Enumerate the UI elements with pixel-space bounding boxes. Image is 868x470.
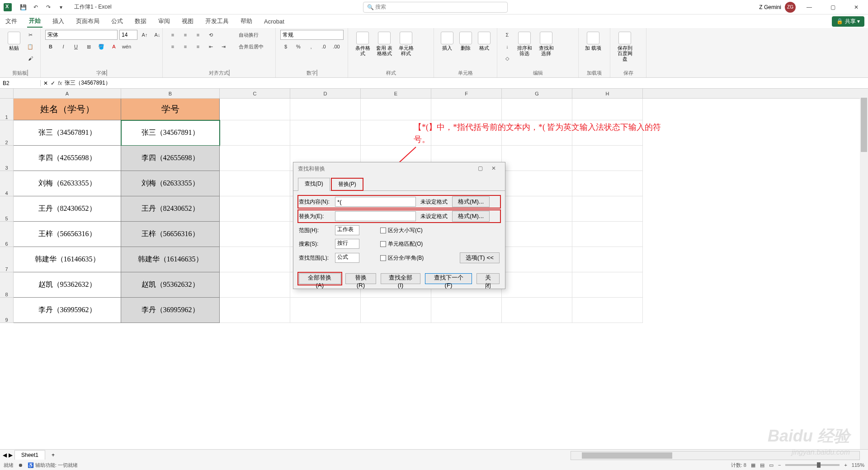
cell-C5[interactable] <box>220 196 290 222</box>
borders-button[interactable]: ⊞ <box>83 42 94 52</box>
col-header-D[interactable]: D <box>290 89 361 98</box>
cell-G9[interactable] <box>502 298 572 323</box>
orientation-button[interactable]: ⟲ <box>205 30 216 40</box>
view-page-icon[interactable]: ▤ <box>760 462 764 468</box>
copy-button[interactable]: 📋 <box>25 42 36 52</box>
insert-cells-button[interactable]: 插入 <box>439 30 455 52</box>
wrap-text-button[interactable]: 自动换行 <box>231 30 267 40</box>
align-launcher[interactable] <box>229 70 230 76</box>
macro-recorder-icon[interactable]: ⏺ <box>18 462 23 468</box>
vertical-scrollbar[interactable] <box>860 89 868 449</box>
align-middle[interactable]: ≡ <box>180 30 191 40</box>
col-header-B[interactable]: B <box>121 89 220 98</box>
match-case-checkbox[interactable]: 区分大小写(C) <box>380 227 423 234</box>
underline-button[interactable]: U <box>71 42 81 52</box>
replace-with-input[interactable] <box>335 211 416 221</box>
col-header-F[interactable]: F <box>431 89 502 98</box>
table-format-button[interactable]: 套用 表格格式 <box>374 30 394 58</box>
tab-data[interactable]: 数据 <box>133 15 148 27</box>
zoom-in-icon[interactable]: + <box>844 462 847 468</box>
cond-format-button[interactable]: 条件格式 <box>353 30 373 58</box>
cell-C1[interactable] <box>220 99 290 120</box>
tab-view[interactable]: 视图 <box>180 15 195 27</box>
cell-B5[interactable]: 王丹（82430652） <box>121 196 220 222</box>
select-all-corner[interactable] <box>0 89 14 98</box>
view-normal-icon[interactable]: ▦ <box>751 462 755 468</box>
delete-cells-button[interactable]: 删除 <box>457 30 474 52</box>
inc-decimal-button[interactable]: .0 <box>318 42 329 52</box>
row-header-6[interactable]: 6 <box>0 222 14 247</box>
tab-layout[interactable]: 页面布局 <box>74 15 101 27</box>
cell-F9[interactable] <box>431 298 502 323</box>
zoom-slider[interactable] <box>785 464 840 466</box>
cell-A9[interactable]: 李丹（36995962） <box>14 298 121 323</box>
tab-formulas[interactable]: 公式 <box>109 15 125 27</box>
row-header-2[interactable]: 2 <box>0 120 14 146</box>
horizontal-scrollbar[interactable] <box>571 451 860 460</box>
cell-styles-button[interactable]: 单元格样式 <box>396 30 416 58</box>
align-left[interactable]: ≡ <box>167 42 178 52</box>
cell-A8[interactable]: 赵凯（95362632） <box>14 272 121 298</box>
dec-decimal-button[interactable]: .00 <box>331 42 342 52</box>
find-next-button[interactable]: 查找下一个(F) <box>425 273 472 284</box>
bold-button[interactable]: B <box>45 42 56 52</box>
row-header-4[interactable]: 4 <box>0 171 14 196</box>
zoom-level[interactable]: 115% <box>852 462 864 468</box>
cell-B6[interactable]: 王梓（56656316） <box>121 222 220 247</box>
cell-G4[interactable] <box>502 171 572 196</box>
user-avatar[interactable]: ZG <box>785 2 796 13</box>
qat-undo[interactable]: ↶ <box>30 2 42 13</box>
align-top[interactable]: ≡ <box>167 30 178 40</box>
row-header-1[interactable]: 1 <box>0 99 14 120</box>
tab-help[interactable]: 帮助 <box>239 15 254 27</box>
match-width-checkbox[interactable]: 区分全/半角(B) <box>380 254 424 262</box>
dialog-tab-find[interactable]: 查找(D) <box>298 178 330 191</box>
col-header-A[interactable]: A <box>14 89 121 98</box>
cell-A3[interactable]: 李四（42655698） <box>14 146 121 171</box>
autosum-button[interactable]: Σ <box>502 30 513 40</box>
add-sheet-button[interactable]: + <box>47 452 59 458</box>
cell-A1[interactable]: 姓名（学号） <box>14 99 121 120</box>
cut-button[interactable]: ✂ <box>25 30 36 40</box>
font-name-select[interactable]: 宋体 <box>45 30 118 40</box>
tab-insert[interactable]: 插入 <box>51 15 66 27</box>
col-header-H[interactable]: H <box>572 89 643 98</box>
cell-G3[interactable] <box>502 146 572 171</box>
row-header-7[interactable]: 7 <box>0 247 14 272</box>
cell-C2[interactable] <box>220 120 290 146</box>
font-color-button[interactable]: A <box>108 42 119 52</box>
confirm-formula-icon[interactable]: ✓ <box>51 80 55 86</box>
sort-filter-button[interactable]: 排序和筛选 <box>514 30 534 58</box>
name-box[interactable]: B2 <box>0 80 41 86</box>
cell-C9[interactable] <box>220 298 290 323</box>
qat-save[interactable]: 💾 <box>17 2 29 13</box>
close-button[interactable]: ✕ <box>846 0 866 14</box>
cell-C7[interactable] <box>220 247 290 272</box>
options-button[interactable]: 选项(T) << <box>460 252 500 263</box>
fill-button[interactable]: ↓ <box>502 42 513 52</box>
align-bottom[interactable]: ≡ <box>193 30 203 40</box>
find-select-button[interactable]: 查找和选择 <box>536 30 556 58</box>
currency-button[interactable]: $ <box>280 42 291 52</box>
cell-G8[interactable] <box>502 272 572 298</box>
dialog-close-icon[interactable]: ✕ <box>487 165 500 173</box>
paste-button[interactable]: 粘贴 <box>5 30 23 52</box>
find-all-button[interactable]: 查找全部(I) <box>381 273 420 284</box>
cell-H6[interactable] <box>572 222 643 247</box>
percent-button[interactable]: % <box>293 42 304 52</box>
sheet-next-icon[interactable]: ▶ <box>9 452 13 458</box>
number-format-select[interactable]: 常规 <box>280 30 344 40</box>
cell-G1[interactable] <box>502 99 572 120</box>
format-cells-button[interactable]: 格式 <box>476 30 492 52</box>
align-center[interactable]: ≡ <box>180 42 191 52</box>
cell-A2[interactable]: 张三（34567891） <box>14 120 121 146</box>
fill-color-button[interactable]: 🪣 <box>96 42 107 52</box>
cell-C8[interactable] <box>220 272 290 298</box>
clipboard-launcher[interactable] <box>27 70 28 76</box>
format-painter-button[interactable]: 🖌 <box>25 53 36 63</box>
cell-H1[interactable] <box>572 99 643 120</box>
lookin-select[interactable]: 公式 <box>335 253 359 263</box>
col-header-C[interactable]: C <box>220 89 290 98</box>
baidu-save-button[interactable]: 保存到 百度网盘 <box>615 30 635 63</box>
cell-D1[interactable] <box>290 99 361 120</box>
